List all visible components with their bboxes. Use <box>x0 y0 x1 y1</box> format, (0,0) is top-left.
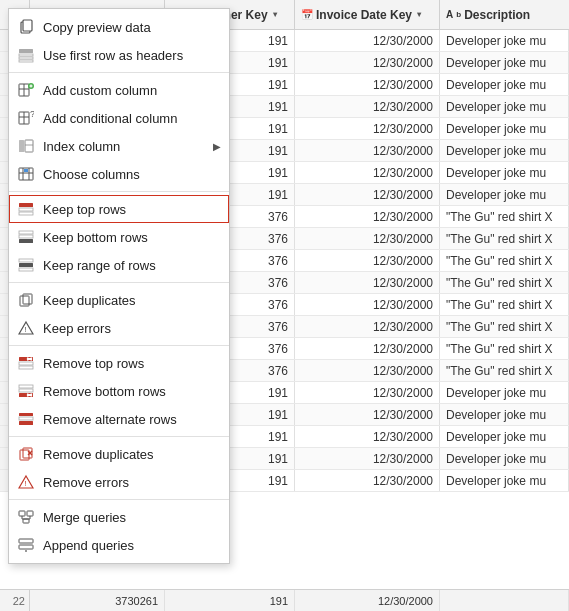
footer-salekey: 3730261 <box>30 590 165 611</box>
cell-invoicedate: 12/30/2000 <box>295 448 440 469</box>
menu-item-label: Keep duplicates <box>43 293 136 308</box>
col-type-icon4: A <box>446 9 453 20</box>
cell-description: Developer joke mu <box>440 96 569 117</box>
menu-item-remove-bottom-rows[interactable]: Remove bottom rows <box>9 377 229 405</box>
svg-rect-3 <box>19 54 33 56</box>
menu-item-label: Remove bottom rows <box>43 384 166 399</box>
menu-item-remove-alternate-rows[interactable]: Remove alternate rows <box>9 405 229 433</box>
svg-rect-26 <box>19 212 33 215</box>
remove-alt-icon <box>17 410 35 428</box>
svg-rect-30 <box>19 259 33 262</box>
keep-top-icon <box>17 200 35 218</box>
menu-item-add-conditional-col[interactable]: ?Add conditional column <box>9 104 229 132</box>
svg-rect-56 <box>19 511 25 516</box>
menu-item-label: Remove duplicates <box>43 447 154 462</box>
footer-description <box>440 590 569 611</box>
menu-item-index-column[interactable]: Index column▶ <box>9 132 229 160</box>
cell-description: Developer joke mu <box>440 382 569 403</box>
remove-dup-icon <box>17 445 35 463</box>
index-icon <box>17 137 35 155</box>
cell-description: Developer joke mu <box>440 184 569 205</box>
menu-item-label: Remove errors <box>43 475 129 490</box>
cell-description: "The Gu" red shirt X <box>440 250 569 271</box>
svg-rect-57 <box>27 511 33 516</box>
col-header-description[interactable]: A b Description <box>440 0 569 29</box>
cell-description: "The Gu" red shirt X <box>440 206 569 227</box>
footer-customerkey: 191 <box>165 590 295 611</box>
svg-rect-42 <box>19 385 33 388</box>
svg-rect-47 <box>19 413 33 416</box>
col-header-invoicedate[interactable]: 📅 Invoice Date Key ▾ <box>295 0 440 29</box>
menu-item-label: Index column <box>43 139 120 154</box>
svg-rect-28 <box>19 235 33 238</box>
menu-item-keep-errors[interactable]: !Keep errors <box>9 314 229 342</box>
menu-item-keep-top-rows[interactable]: Keep top rows <box>9 195 229 223</box>
menu-item-label: Remove alternate rows <box>43 412 177 427</box>
col-description-label: Description <box>464 8 530 22</box>
cell-description: Developer joke mu <box>440 426 569 447</box>
append-icon <box>17 536 35 554</box>
dropdown-invoicedate[interactable]: ▾ <box>417 10 421 19</box>
svg-rect-32 <box>19 268 33 271</box>
svg-rect-49 <box>19 421 33 425</box>
menu-item-append-queries[interactable]: Append queries <box>9 531 229 559</box>
svg-text:?: ? <box>30 110 34 119</box>
cell-invoicedate: 12/30/2000 <box>295 140 440 161</box>
svg-rect-27 <box>19 231 33 234</box>
cell-invoicedate: 12/30/2000 <box>295 316 440 337</box>
svg-rect-38 <box>19 362 33 365</box>
cell-invoicedate: 12/30/2000 <box>295 250 440 271</box>
menu-item-remove-duplicates[interactable]: Remove duplicates <box>9 440 229 468</box>
cell-description: Developer joke mu <box>440 448 569 469</box>
svg-rect-23 <box>24 169 28 172</box>
cell-invoicedate: 12/30/2000 <box>295 30 440 51</box>
keep-bottom-icon <box>17 228 35 246</box>
footer-invoicedate: 12/30/2000 <box>295 590 440 611</box>
svg-rect-25 <box>19 208 33 211</box>
svg-rect-17 <box>25 140 33 152</box>
menu-item-copy-preview[interactable]: Copy preview data <box>9 13 229 41</box>
cell-invoicedate: 12/30/2000 <box>295 184 440 205</box>
submenu-arrow-icon: ▶ <box>213 141 221 152</box>
menu-separator <box>9 499 229 500</box>
cell-description: Developer joke mu <box>440 140 569 161</box>
menu-item-label: Add conditional column <box>43 111 177 126</box>
menu-item-merge-queries[interactable]: Merge queries <box>9 503 229 531</box>
cell-description: "The Gu" red shirt X <box>440 228 569 249</box>
cell-invoicedate: 12/30/2000 <box>295 426 440 447</box>
context-menu: Copy preview dataUse first row as header… <box>8 8 230 564</box>
menu-item-keep-range-rows[interactable]: Keep range of rows <box>9 251 229 279</box>
footer-row: 22 3730261 191 12/30/2000 <box>0 589 569 611</box>
copy-icon <box>17 18 35 36</box>
col-type-icon3: 📅 <box>301 9 313 20</box>
cell-description: Developer joke mu <box>440 470 569 491</box>
menu-item-remove-errors[interactable]: !Remove errors <box>9 468 229 496</box>
menu-item-keep-duplicates[interactable]: Keep duplicates <box>9 286 229 314</box>
svg-rect-5 <box>19 60 33 62</box>
svg-rect-1 <box>23 20 32 31</box>
add-col-icon <box>17 81 35 99</box>
menu-item-choose-columns[interactable]: Choose columns <box>9 160 229 188</box>
cell-description: Developer joke mu <box>440 118 569 139</box>
cell-invoicedate: 12/30/2000 <box>295 360 440 381</box>
cell-invoicedate: 12/30/2000 <box>295 162 440 183</box>
svg-text:!: ! <box>24 479 26 488</box>
menu-item-add-custom-col[interactable]: Add custom column <box>9 76 229 104</box>
menu-item-label: Keep range of rows <box>43 258 156 273</box>
cell-invoicedate: 12/30/2000 <box>295 470 440 491</box>
menu-item-remove-top-rows[interactable]: Remove top rows <box>9 349 229 377</box>
footer-row-num: 22 <box>0 590 30 611</box>
menu-item-label: Keep errors <box>43 321 111 336</box>
cell-invoicedate: 12/30/2000 <box>295 404 440 425</box>
dropdown-customerkey[interactable]: ▾ <box>273 10 277 19</box>
svg-rect-2 <box>19 49 33 53</box>
svg-rect-48 <box>19 417 33 420</box>
add-cond-icon: ? <box>17 109 35 127</box>
cell-description: Developer joke mu <box>440 74 569 95</box>
choose-icon <box>17 165 35 183</box>
menu-item-keep-bottom-rows[interactable]: Keep bottom rows <box>9 223 229 251</box>
cell-invoicedate: 12/30/2000 <box>295 382 440 403</box>
menu-item-use-first-row[interactable]: Use first row as headers <box>9 41 229 69</box>
menu-item-label: Copy preview data <box>43 20 151 35</box>
remove-top-icon <box>17 354 35 372</box>
